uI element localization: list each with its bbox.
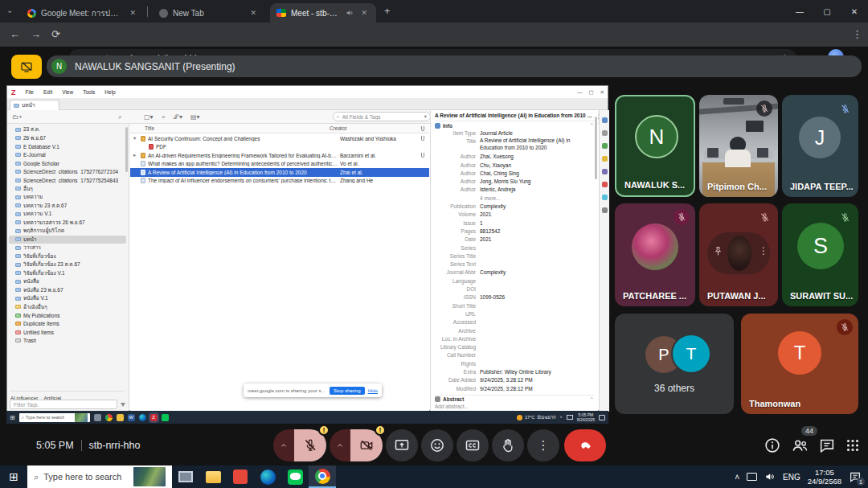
tile-putawan[interactable]: ⋮ PUTAWAN J... <box>699 203 778 306</box>
field-row[interactable]: AuthorIstenic, Andreja <box>435 186 594 194</box>
field-row[interactable]: Call Number <box>435 351 594 359</box>
collection-row[interactable]: วิจัยที่เกี่ยวข้อง <box>9 252 126 260</box>
collection-row[interactable]: อ้างอิงอื่นๆ <box>9 303 126 311</box>
taskbar-red-app-icon[interactable] <box>227 465 254 488</box>
collection-row[interactable]: หนังสือ V.1 <box>9 294 126 302</box>
people-icon[interactable] <box>791 437 809 455</box>
collection-row[interactable]: บทความ V.1 <box>9 210 126 218</box>
collection-search-icon[interactable]: ⌕ <box>118 113 121 121</box>
hide-toast-link[interactable]: Hide <box>368 388 378 393</box>
collection-row[interactable]: บทความ <box>9 193 126 201</box>
attachments-pane-icon[interactable] <box>602 143 608 149</box>
taskbar-chrome-icon-active[interactable] <box>309 465 336 488</box>
field-row[interactable]: Series <box>435 244 594 252</box>
field-row[interactable]: URL <box>435 310 594 318</box>
language-indicator[interactable]: ENG <box>783 473 800 482</box>
tags-pane-icon[interactable] <box>602 182 608 187</box>
new-tab-button[interactable]: + <box>384 5 391 17</box>
tile-jidapa[interactable]: J JIDAPA TEEP... <box>782 95 858 197</box>
twisty-open-icon[interactable]: ▾ <box>133 135 138 141</box>
tab-meet-active[interactable]: Meet - stb-nrri-hho ✕ <box>270 3 376 23</box>
field-row[interactable]: Volume2021 <box>435 211 594 219</box>
tab-new-tab[interactable]: New Tab ✕ <box>153 3 265 23</box>
collection-row[interactable]: E Database V.1 <box>9 142 126 150</box>
more-authors-row[interactable]: 4 more... <box>435 195 594 203</box>
field-row[interactable]: Library Catalog <box>435 343 594 351</box>
tile-patcharee[interactable]: PATCHAREE ... <box>615 203 695 306</box>
info-pane-icon[interactable] <box>602 117 608 123</box>
item-row[interactable]: The impact of AI influencer endorsements… <box>130 177 429 186</box>
column-creator[interactable]: Creator <box>330 125 347 131</box>
presenter-zotero-icon[interactable]: Z <box>150 414 158 421</box>
end-call-button[interactable] <box>564 429 606 461</box>
collection-row[interactable]: 23 ส.ค. <box>9 125 126 133</box>
info-section-header[interactable]: Info ⌃ <box>435 121 594 129</box>
add-by-identifier-icon[interactable]: ⌁ <box>162 113 166 121</box>
related-pane-icon[interactable] <box>602 195 608 200</box>
back-icon[interactable]: ← <box>10 28 20 40</box>
field-row[interactable]: DOI <box>435 285 594 293</box>
activities-grid-icon[interactable] <box>844 437 862 454</box>
presenter-word-icon[interactable]: W <box>128 414 135 421</box>
tab-google-meet[interactable]: Google Meet: การประชุมผ่านเว็บ... ✕ <box>21 3 145 23</box>
collection-row[interactable]: ScienceDirect_citations_1752775254843 <box>9 176 126 184</box>
item-row[interactable]: ▾ AI Security Continuum: Concept and Cha… <box>130 134 429 143</box>
field-row[interactable]: AuthorChai, Ching Sing <box>435 170 594 178</box>
collection-row-selected[interactable]: บทนำ <box>9 236 126 244</box>
field-row[interactable]: AuthorChu, Xiaoyan <box>435 162 594 170</box>
presenter-search-box[interactable]: ⌕ Type here to search <box>19 413 90 422</box>
collections-scrollbar[interactable] <box>125 127 128 172</box>
tile-others[interactable]: P T 36 others <box>615 314 734 414</box>
taskbar-line-icon[interactable] <box>281 465 309 488</box>
field-row[interactable]: Series Text <box>435 260 594 269</box>
collection-row[interactable]: วิจัยที่เกี่ยวข้อง V.1 <box>9 269 126 277</box>
tile-thamonwan[interactable]: T Thamonwan <box>741 314 858 414</box>
field-row[interactable]: Short Title <box>435 302 594 310</box>
collapse-icon[interactable]: ⌃ <box>590 122 594 129</box>
menu-view[interactable]: View <box>62 89 73 95</box>
collection-row[interactable]: บทความรอตรวจ 26 พ.ย.67 <box>9 219 126 227</box>
tab-close-icon[interactable]: ✕ <box>127 8 138 18</box>
present-button[interactable] <box>386 429 418 461</box>
item-row[interactable]: What makes an app authentic? Determining… <box>130 160 429 169</box>
raise-hand-button[interactable] <box>492 429 524 461</box>
new-item-icon[interactable]: ▢▾ <box>144 113 154 121</box>
reload-icon[interactable]: ⟳ <box>51 28 60 40</box>
collection-row-unfiled[interactable]: Unfiled Items <box>9 328 126 336</box>
column-attachment-icon[interactable] <box>421 126 424 131</box>
field-row[interactable]: AuthorZhai, Xuesong <box>435 153 594 161</box>
window-maximize-button[interactable]: ▢ <box>813 0 841 23</box>
tag-filter-funnel-icon[interactable] <box>121 403 125 407</box>
item-row-selected[interactable]: A Review of Artificial Intelligence (AI)… <box>130 168 429 177</box>
browser-menu-kebab-icon[interactable]: ⋮ <box>852 28 862 40</box>
zotero-minimize-icon[interactable]: — <box>577 89 583 96</box>
taskbar-edge-icon[interactable] <box>254 465 281 488</box>
zotero-search-input[interactable]: ⌕ All Fields & Tags ▾ <box>333 112 431 121</box>
field-row[interactable]: Issue1 <box>435 219 594 228</box>
mic-options-chevron[interactable] <box>273 429 294 461</box>
item-pane-scrollbar[interactable] <box>595 117 597 179</box>
field-row[interactable]: ISSN1099-0526 <box>435 293 594 301</box>
collection-row[interactable]: วารสาร <box>9 244 126 252</box>
item-child-row[interactable]: PDF <box>130 143 429 152</box>
abstract-section-header[interactable]: Abstract ⌃ <box>435 395 594 404</box>
presenter-explorer-icon[interactable] <box>117 414 124 421</box>
collapse-icon[interactable]: ⌃ <box>590 396 594 403</box>
presenter-tray-chevron-icon[interactable]: ˄ <box>560 415 563 420</box>
collection-row[interactable]: หนังสือ 23 พ.ย.67 <box>9 286 126 294</box>
more-options-button[interactable]: ⋮ <box>527 429 559 461</box>
collection-row[interactable]: วิจัยที่เกี่ยวข้อง 23 ส.ค.67 <box>9 260 126 269</box>
collection-row[interactable]: E-Journal <box>9 151 126 159</box>
chat-icon[interactable] <box>818 437 836 454</box>
captions-button[interactable] <box>457 429 489 461</box>
libraries-pane-icon[interactable] <box>602 169 608 174</box>
field-row[interactable]: ExtraPublisher: Wiley Online Library <box>435 368 594 376</box>
locate-pane-icon[interactable] <box>602 207 608 213</box>
field-row[interactable]: AuthorJong, Morris Siu Yung <box>435 178 594 186</box>
reactions-button[interactable] <box>421 429 453 461</box>
collection-row-my-publications[interactable]: My Publications <box>9 311 126 319</box>
presenter-line-icon[interactable] <box>162 414 169 421</box>
camera-options-chevron[interactable] <box>330 429 350 461</box>
window-minimize-button[interactable]: — <box>786 0 813 23</box>
taskbar-explorer-icon[interactable] <box>199 465 227 488</box>
